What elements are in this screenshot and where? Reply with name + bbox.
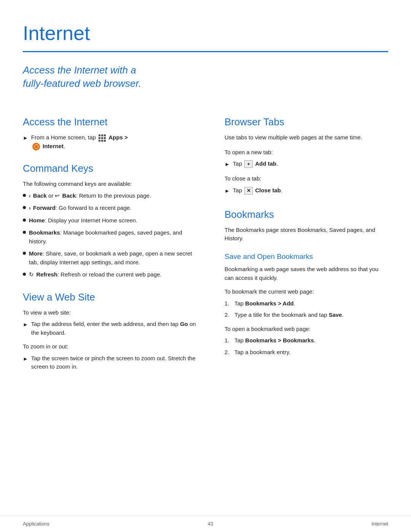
apps-label: Apps > — [108, 134, 127, 141]
command-keys-list: ‹ Back or ↩ Back: Return to the previous… — [23, 192, 202, 279]
view-step1: ► Tap the address field, enter the web a… — [23, 320, 202, 337]
new-tab-step: ► Tap + Add tab. — [225, 160, 388, 168]
list-item: Home: Display your Internet Home screen. — [23, 216, 202, 225]
footer: Applications 43 Internet — [0, 515, 411, 532]
list-item: › Forward: Go forward to a recent page. — [23, 204, 202, 212]
view-intro2: To zoom in or out: — [23, 342, 202, 351]
browser-tabs-intro: Use tabs to view multiple web pages at t… — [225, 133, 388, 142]
section-title-access: Access the Internet — [23, 115, 202, 129]
command-keys-intro: The following command keys are available… — [23, 180, 202, 189]
list-item: ↻ Refresh: Refresh or reload the current… — [23, 270, 202, 279]
access-step: ► From a Home screen, tap Apps > ◯ Inter… — [23, 133, 202, 150]
close-tab-intro: To close a tab: — [225, 174, 388, 183]
page: Internet Access the Internet with a full… — [0, 0, 411, 532]
bullet-dot — [23, 206, 26, 209]
list-item: ‹ Back or ↩ Back: Return to the previous… — [23, 192, 202, 200]
forward-chevron-icon: › — [29, 204, 31, 212]
list-item: Tap Bookmarks > Add. — [225, 299, 388, 308]
open-bookmark-steps: Tap Bookmarks > Bookmarks. Tap a bookmar… — [225, 336, 388, 356]
section-title-view-web-site: View a Web Site — [23, 290, 202, 305]
list-item: More: Share, save, or bookmark a web pag… — [23, 249, 202, 267]
arrow-icon: ► — [23, 355, 28, 363]
back-arrow-icon: ↩ — [55, 192, 60, 200]
list-item: Tap Bookmarks > Bookmarks. — [225, 336, 388, 345]
blue-divider — [23, 51, 388, 52]
view-step1-text: Tap the address field, enter the web add… — [31, 320, 202, 337]
apps-icon — [99, 134, 106, 142]
section-title-browser-tabs: Browser Tabs — [225, 115, 388, 129]
view-intro1: To view a web site: — [23, 308, 202, 317]
add-tab-icon: + — [244, 160, 253, 168]
arrow-icon: ► — [23, 134, 28, 142]
list-item: Type a title for the bookmark and tap Sa… — [225, 311, 388, 320]
bookmark-current-intro: To bookmark the current web page: — [225, 288, 388, 296]
bullet-dot — [23, 219, 26, 222]
bullet-dot — [23, 231, 26, 234]
bullet-dot — [23, 273, 26, 276]
new-tab-intro: To open a new tab: — [225, 148, 388, 157]
footer-center: 43 — [208, 520, 213, 528]
section-title-bookmarks: Bookmarks — [225, 207, 388, 222]
period: . — [64, 143, 65, 149]
view-step2: ► Tap the screen twice or pinch the scre… — [23, 354, 202, 371]
bookmark-steps: Tap Bookmarks > Add. Type a title for th… — [225, 299, 388, 320]
section-title-command-keys: Command Keys — [23, 161, 202, 176]
bullet-dot — [23, 194, 26, 197]
arrow-icon: ► — [23, 321, 28, 329]
list-item: Tap a bookmark entry. — [225, 348, 388, 357]
left-column: Access the Internet ► From a Home screen… — [23, 104, 202, 374]
view-step2-text: Tap the screen twice or pinch the screen… — [31, 354, 202, 371]
list-item: Bookmarks: Manage bookmarked pages, save… — [23, 228, 202, 246]
internet-label: Internet — [43, 143, 64, 149]
access-step-text: From a Home screen, tap Apps > ◯ Interne… — [31, 133, 128, 150]
tagline: Access the Internet with a fully-feature… — [23, 64, 388, 90]
internet-icon: ◯ — [32, 143, 40, 150]
tagline-line2: fully-featured web browser. — [23, 78, 141, 89]
arrow-icon: ► — [225, 187, 230, 195]
arrow-icon: ► — [225, 160, 230, 168]
save-open-intro: Bookmarking a web page saves the web add… — [225, 265, 388, 282]
refresh-icon: ↻ — [29, 270, 34, 279]
page-title: Internet — [23, 18, 388, 48]
open-bookmark-intro: To open a bookmarked web page: — [225, 325, 388, 334]
bookmarks-intro: The Bookmarks page stores Bookmarks, Sav… — [225, 226, 388, 243]
back-chevron-icon: ‹ — [29, 192, 31, 200]
footer-right: Internet — [371, 520, 388, 528]
right-column: Browser Tabs Use tabs to view multiple w… — [225, 104, 388, 374]
subsection-title-save-open: Save and Open Bookmarks — [225, 251, 388, 262]
footer-left: Applications — [23, 520, 49, 528]
tagline-line1: Access the Internet with a — [23, 64, 136, 76]
two-column-layout: Access the Internet ► From a Home screen… — [23, 104, 388, 374]
close-tab-step: ► Tap ✕ Close tab. — [225, 186, 388, 195]
bullet-dot — [23, 252, 26, 255]
close-tab-icon: ✕ — [244, 187, 253, 195]
